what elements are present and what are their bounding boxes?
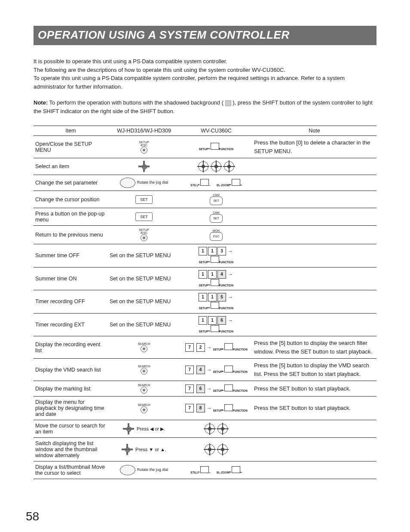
item-cell: Display the VMD search list (34, 359, 108, 381)
item-cell: Change the set parameter (34, 175, 108, 191)
page-number: 58 (26, 510, 39, 523)
num-button-shaded: 6 (217, 316, 226, 325)
intro-text: It is possible to operate this unit usin… (34, 57, 376, 91)
col2-cell: SETUPFUNCTION (180, 136, 252, 158)
note-cell (252, 313, 376, 336)
table-row: Change the set parameter Rotate the jog … (34, 175, 376, 191)
col1-cell (108, 158, 180, 175)
table-row: Display the menu for playback by designa… (34, 397, 376, 420)
col1-cell: Press ◀ or ▶. (108, 420, 180, 438)
item-cell: Display the menu for playback by designa… (34, 397, 108, 420)
col2-cell: 7 8→SETUPFUNCTION (180, 397, 252, 420)
dpad-icon (123, 423, 134, 434)
item-cell: Display the marking list (34, 381, 108, 397)
table-row: Timer recording OFF Set on the SETUP MEN… (34, 290, 376, 314)
function-button-icon: SETUPFUNCTION (199, 255, 233, 264)
num-button: 1 (199, 247, 207, 255)
item-cell: Change the cursor position (34, 191, 108, 208)
item-cell: Timer recording OFF (34, 290, 108, 314)
note-cell (252, 191, 376, 208)
arrow-icon: → (207, 367, 212, 373)
col1-cell: Press ▼ or ▲. (108, 438, 180, 461)
intro-line: To operate this unit using a PS·Data com… (34, 74, 376, 91)
num-button: 1 (199, 316, 207, 325)
joystick-icon (205, 424, 215, 434)
col1-cell: Rotate the jog dial (108, 175, 180, 191)
note-cell (252, 420, 376, 438)
table-row: Select an item (34, 158, 376, 175)
table-row: Display the VMD search list SEARCH 7 4→S… (34, 359, 376, 381)
operation-table: Item WJ-HD316/WJ-HD309 WV-CU360C Note Op… (34, 126, 376, 479)
shaded-button-icon (225, 100, 231, 106)
col2-cell: 115→SETUPFUNCTION (180, 290, 252, 314)
jog-dial-icon (120, 465, 135, 475)
function-button-icon: SETUPFUNCTION (213, 343, 248, 352)
set-button-icon: SET (135, 195, 153, 204)
table-row: Return to the previous menu SETUP /ESC M… (34, 226, 376, 244)
arrow-icon: → (228, 294, 233, 300)
num-button: 1 (208, 316, 217, 325)
note-text: To perform the operation with buttons wi… (49, 99, 225, 106)
note-cell (252, 267, 376, 290)
set-pill-icon: SET (210, 197, 223, 205)
num-button-shaded: 4 (196, 366, 205, 374)
cam-label: CAM (210, 194, 223, 197)
note-cell (252, 175, 376, 191)
item-cell: Return to the previous menu (34, 226, 108, 244)
table-row: Change the cursor position SET CAMSET (34, 191, 376, 208)
round-button-icon (141, 345, 147, 352)
table-row: Display the marking list SEARCH 7 6→SETU… (34, 381, 376, 397)
note-cell: Press the SET button to start playback. (252, 397, 376, 420)
item-cell: Display the recording event list (34, 336, 108, 359)
note-label: Note: (34, 99, 48, 106)
col2-cell: MONESC (180, 226, 252, 244)
col1-cell: SEARCH (108, 381, 180, 397)
arrow-icon: → (207, 386, 212, 392)
header-col2: WV-CU360C (180, 126, 252, 136)
num-button: 7 (185, 404, 194, 412)
num-button: 1 (208, 247, 217, 255)
num-button: 1 (199, 293, 207, 301)
function-button-icon: SETUPFUNCTION (213, 384, 248, 393)
num-button-shaded: 8 (196, 404, 205, 412)
note-cell: Press the SET button to start playback. (252, 381, 376, 397)
item-cell: Press a button on the pop-up menu (34, 208, 108, 226)
elzoom-button-icon: EL-ZOOM+ (217, 178, 242, 188)
table-row: Display a list/thumbnail Move the cursor… (34, 461, 376, 479)
arrow-icon: → (228, 317, 233, 323)
col2-cell: STILL– EL-ZOOM+ (180, 461, 252, 479)
num-button: 1 (199, 270, 207, 279)
press-label: Press ▼ or ▲. (135, 447, 166, 452)
item-cell: Select an item (34, 158, 108, 175)
item-cell: Move the cursor to search for an item (34, 420, 108, 438)
col2-cell: 113→SETUPFUNCTION (180, 244, 252, 268)
col1-cell: Set on the SETUP MENU (108, 267, 180, 290)
num-button-shaded: 5 (217, 293, 226, 301)
col2-cell (180, 420, 252, 438)
search-label: SEARCH (138, 403, 150, 406)
press-label: Press ◀ or ▶. (137, 426, 165, 431)
col1-cell: SEARCH (108, 397, 180, 420)
col2-cell: 7 2→SETUPFUNCTION (180, 336, 252, 359)
esc-pill-icon: ESC (210, 232, 223, 241)
header-item: Item (34, 126, 108, 136)
function-button-icon: SETUPFUNCTION (199, 301, 233, 311)
search-label: SEARCH (138, 365, 150, 368)
joystick-icon (224, 161, 234, 172)
col2-cell: 7 4→SETUPFUNCTION (180, 359, 252, 381)
setup-esc-label: SETUP /ESC (139, 228, 149, 234)
arrow-icon: → (228, 248, 233, 254)
table-row: Switch displaying the list window and th… (34, 438, 376, 461)
table-row: Summer time OFF Set on the SETUP MENU 11… (34, 244, 376, 268)
table-row: Open/Close the SETUP MENU SETUP /ESC SET… (34, 136, 376, 158)
note-cell: Press the button [0] to delete a charact… (252, 136, 376, 158)
col2-cell: 116→SETUPFUNCTION (180, 313, 252, 336)
col1-cell: SEARCH (108, 359, 180, 381)
col1-cell: Set on the SETUP MENU (108, 290, 180, 314)
col1-cell: Rotate the jog dial (108, 461, 180, 479)
col2-cell: 114→SETUPFUNCTION (180, 267, 252, 290)
num-button: 7 (185, 384, 194, 393)
still-button-icon: STILL– (190, 178, 211, 188)
still-button-icon: STILL– (190, 466, 211, 475)
note-cell (252, 461, 376, 479)
